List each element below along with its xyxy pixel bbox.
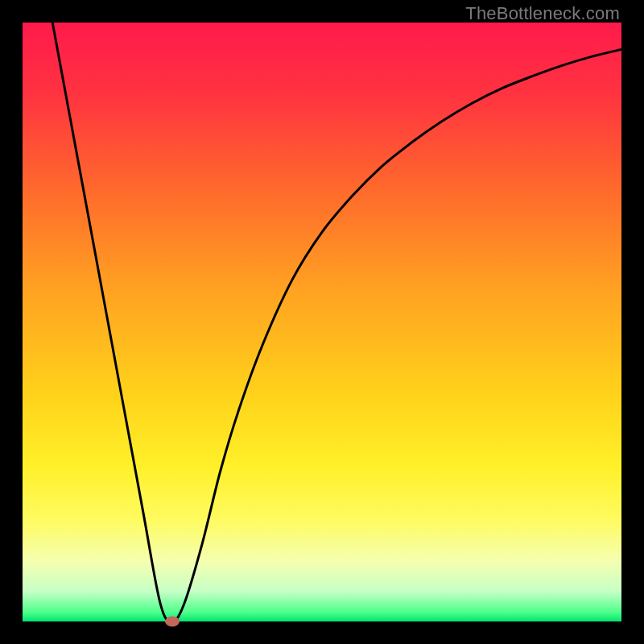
bottleneck-curve bbox=[23, 23, 621, 621]
watermark-text: TheBottleneck.com bbox=[465, 3, 620, 24]
chart-canvas: TheBottleneck.com bbox=[0, 0, 644, 644]
optimal-point-marker bbox=[165, 617, 180, 627]
plot-area bbox=[23, 23, 621, 621]
